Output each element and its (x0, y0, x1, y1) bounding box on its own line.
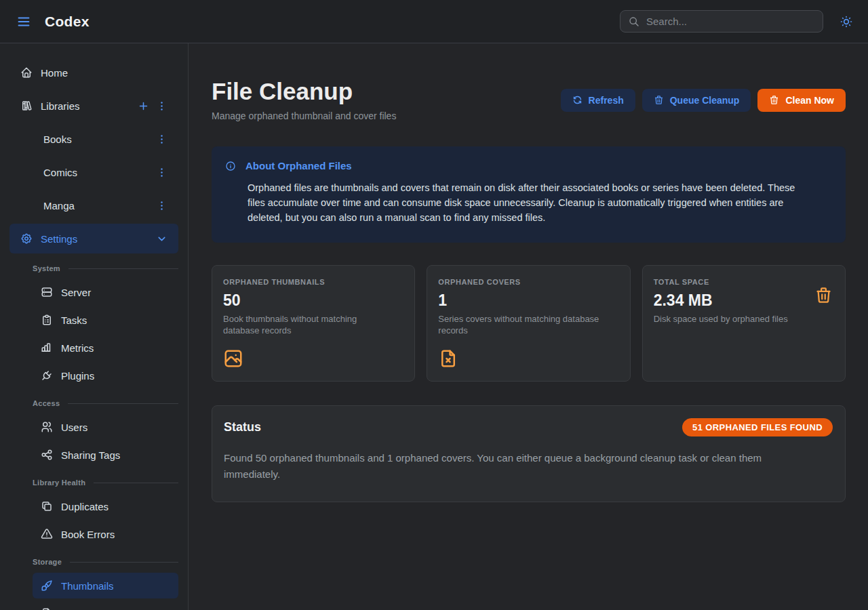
page-subtitle: Manage orphaned thumbnail and cover file… (212, 110, 396, 121)
trash-icon (769, 95, 779, 105)
share-icon (41, 449, 53, 461)
brush-icon (41, 580, 53, 592)
sidebar-item-label: Server (61, 287, 91, 298)
sidebar-item-metrics[interactable]: Metrics (33, 335, 178, 361)
sidebar-item-page-cache[interactable]: PDF Page Cache (33, 601, 178, 610)
plug-icon (41, 369, 53, 382)
sidebar-item-label: Manga (43, 200, 156, 211)
dots-menu-icon[interactable] (156, 100, 167, 112)
about-orphaned-files-panel: About Orphaned Files Orphaned files are … (212, 146, 846, 243)
divider (68, 403, 178, 404)
divider (94, 483, 178, 483)
sidebar-item-label: Plugins (61, 370, 94, 382)
card-label: ORPHANED COVERS (438, 278, 618, 286)
copy-icon (41, 500, 53, 512)
add-library-icon[interactable] (138, 100, 149, 112)
header-actions: Refresh Queue Cleanup Clean Now (561, 89, 846, 112)
sidebar-item-label: Metrics (61, 342, 94, 354)
card-description: Book thumbnails without matching databas… (223, 313, 393, 336)
orphaned-thumbnails-card: ORPHANED THUMBNAILS 50 Book thumbnails w… (212, 265, 415, 382)
sidebar-item-plugins[interactable]: Plugins (33, 363, 178, 388)
search-box[interactable] (620, 10, 823, 33)
info-circle-icon (225, 161, 236, 171)
page-header: File Cleanup Manage orphaned thumbnail a… (212, 79, 846, 121)
sidebar-item-label: Libraries (41, 100, 138, 112)
sidebar-item-label: Thumbnails (61, 580, 114, 592)
section-access: Access (33, 399, 178, 407)
sidebar-item-home[interactable]: Home (9, 58, 178, 87)
sidebar-item-settings[interactable]: Settings (9, 224, 178, 253)
section-system: System (33, 264, 178, 272)
sidebar-item-users[interactable]: Users (33, 414, 178, 440)
file-x-icon (438, 348, 458, 369)
sidebar-item-books[interactable]: Books (9, 124, 178, 154)
queue-cleanup-button[interactable]: Queue Cleanup (642, 89, 751, 112)
status-title: Status (224, 420, 261, 434)
sidebar-item-sharing-tags[interactable]: Sharing Tags (33, 442, 178, 468)
divider (68, 268, 178, 269)
dots-menu-icon[interactable] (156, 200, 167, 211)
sidebar-item-label: Sharing Tags (61, 449, 120, 461)
sidebar-item-duplicates[interactable]: Duplicates (33, 493, 178, 519)
chevron-down-icon[interactable] (156, 233, 167, 245)
search-input[interactable] (646, 16, 814, 27)
sidebar-item-thumbnails[interactable]: Thumbnails (33, 573, 178, 598)
divider (70, 562, 178, 563)
main-content: File Cleanup Manage orphaned thumbnail a… (189, 43, 868, 610)
sun-icon (840, 15, 853, 28)
sidebar-item-label: Users (61, 422, 87, 433)
server-icon (41, 286, 53, 298)
card-value: 1 (438, 291, 618, 310)
warning-triangle-icon (41, 528, 53, 540)
refresh-button[interactable]: Refresh (561, 89, 635, 112)
bar-chart-icon (41, 342, 53, 354)
card-value: 2.34 MB (654, 291, 834, 310)
search-icon (629, 16, 639, 27)
trash-icon (654, 95, 664, 105)
status-panel: Status 51 ORPHANED FILES FOUND Found 50 … (212, 405, 846, 502)
sidebar-item-libraries[interactable]: Libraries (9, 91, 178, 121)
sidebar-item-label: Page Cache (61, 608, 117, 610)
section-library-health: Library Health (33, 479, 178, 487)
library-icon (20, 100, 33, 112)
top-bar: Codex (0, 0, 868, 43)
sidebar-item-label: Book Errors (61, 529, 115, 540)
gear-icon (20, 232, 33, 245)
sidebar-item-server[interactable]: Server (33, 279, 178, 305)
card-label: ORPHANED THUMBNAILS (223, 278, 403, 286)
stat-cards: ORPHANED THUMBNAILS 50 Book thumbnails w… (212, 265, 846, 382)
sidebar-item-label: Tasks (61, 314, 87, 326)
card-label: TOTAL SPACE (654, 278, 834, 286)
photo-icon (223, 348, 243, 369)
card-description: Disk space used by orphaned files (654, 313, 823, 325)
card-description: Series covers without matching database … (438, 313, 608, 336)
sidebar-item-manga[interactable]: Manga (9, 190, 178, 220)
users-icon (41, 421, 53, 433)
pdf-file-icon: PDF (41, 607, 53, 610)
refresh-icon (572, 95, 583, 105)
sidebar-item-label: Books (43, 134, 156, 145)
card-value: 50 (223, 291, 403, 310)
sidebar-item-tasks[interactable]: Tasks (33, 307, 178, 333)
sidebar: Home Libraries Books Comics Manga Settin… (0, 43, 189, 610)
trash-icon[interactable] (814, 286, 833, 304)
home-icon (20, 66, 33, 79)
sidebar-item-label: Home (41, 67, 167, 79)
menu-icon[interactable] (16, 14, 31, 29)
info-title: About Orphaned Files (245, 160, 352, 171)
sidebar-item-label: Comics (43, 167, 156, 178)
orphaned-covers-card: ORPHANED COVERS 1 Series covers without … (427, 265, 630, 382)
total-space-card: TOTAL SPACE 2.34 MB Disk space used by o… (642, 265, 846, 382)
status-badge: 51 ORPHANED FILES FOUND (682, 418, 833, 436)
dots-menu-icon[interactable] (156, 134, 167, 145)
section-storage: Storage (33, 558, 178, 566)
sidebar-item-book-errors[interactable]: Book Errors (33, 521, 178, 547)
dots-menu-icon[interactable] (156, 167, 167, 178)
clipboard-icon (41, 314, 53, 326)
sidebar-item-comics[interactable]: Comics (9, 157, 178, 187)
clean-now-button[interactable]: Clean Now (757, 89, 846, 112)
theme-toggle-button[interactable] (837, 12, 856, 31)
page-title: File Cleanup (212, 79, 396, 104)
sidebar-item-label: Duplicates (61, 501, 108, 512)
app-title: Codex (45, 14, 90, 30)
